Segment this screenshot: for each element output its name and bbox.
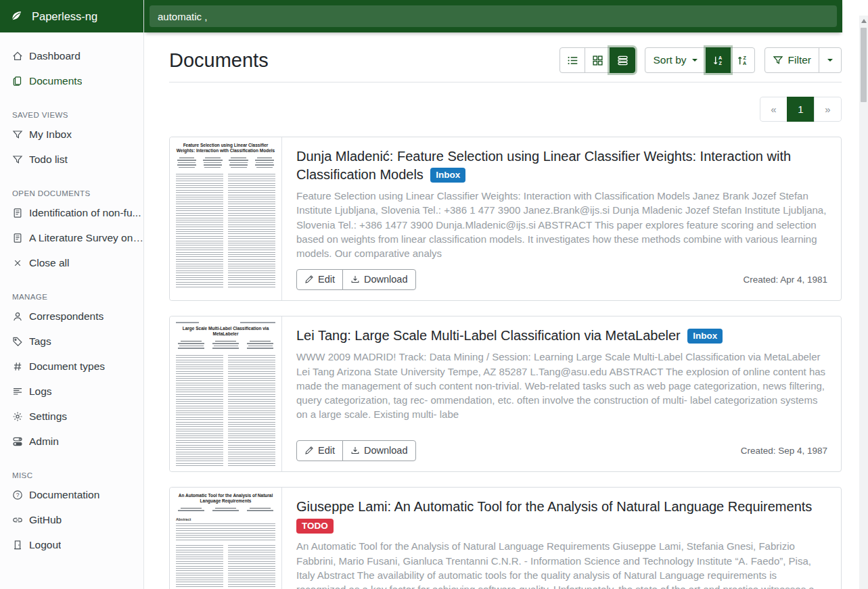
thumbnail-text-columns <box>176 545 275 589</box>
download-label: Download <box>364 445 408 456</box>
leaf-icon <box>10 10 22 22</box>
funnel-icon <box>773 55 783 66</box>
download-button[interactable]: Download <box>342 440 416 461</box>
thumbnail-abstract-label: Abstract <box>176 517 275 521</box>
document-card: Feature Selection using Linear Classifie… <box>169 137 842 301</box>
content-area: Documents <box>144 32 868 589</box>
filter-button[interactable]: Filter <box>764 47 819 73</box>
sidebar-section-misc: MISC <box>0 469 143 482</box>
page-title: Documents <box>169 49 269 72</box>
person-icon <box>12 311 23 322</box>
document-card-footer: Edit Download Created: Apr 4, 1981 <box>296 261 827 290</box>
files-icon <box>12 76 23 87</box>
tag-badge-inbox[interactable]: Inbox <box>430 168 465 183</box>
sort-group: Sort by AZ ZA <box>645 47 754 73</box>
document-card-footer: Edit Download Created: Sep 4, 1987 <box>296 432 827 461</box>
thumbnail-text-columns <box>176 355 275 467</box>
file-text-icon <box>12 233 23 243</box>
sidebar-item-todo-list[interactable]: Todo list <box>0 147 143 172</box>
document-card: An Automatic Tool for the Analysis of Na… <box>169 487 842 589</box>
scrollbar[interactable] <box>859 16 868 589</box>
sort-descending-button[interactable]: AZ <box>706 47 731 73</box>
document-snippet: WWW 2009 MADRID! Track: Data Mining / Se… <box>296 350 827 421</box>
sidebar-item-admin[interactable]: Admin <box>0 429 143 454</box>
created-date: Created: Sep 4, 1987 <box>741 446 827 456</box>
edit-button[interactable]: Edit <box>296 440 343 461</box>
edit-button[interactable]: Edit <box>296 269 343 290</box>
sidebar-item-document-types[interactable]: Document types <box>0 354 143 379</box>
sort-by-dropdown[interactable]: Sort by <box>645 47 706 73</box>
tag-badge-inbox[interactable]: Inbox <box>687 329 723 344</box>
door-icon <box>12 540 23 550</box>
sidebar-item-open-doc-2[interactable]: A Literature Survey on ... <box>0 225 143 250</box>
text-lines-icon <box>12 386 23 397</box>
sidebar-item-open-doc-1[interactable]: Identification of non-fu... <box>0 200 143 225</box>
sidebar-item-label: Logout <box>29 539 61 551</box>
pagination: « 1 » <box>760 97 842 122</box>
svg-text:Z: Z <box>718 60 722 66</box>
toolbar: Sort by AZ ZA <box>559 47 842 73</box>
document-thumbnail[interactable]: Feature Selection using Linear Classifie… <box>170 137 282 300</box>
thumbnail-authors <box>176 158 275 170</box>
view-details-button[interactable] <box>610 47 635 73</box>
scrollbar-up-arrow[interactable] <box>861 19 867 23</box>
x-icon <box>12 258 23 268</box>
brand[interactable]: Paperless-ng <box>0 0 143 32</box>
document-snippet: Feature Selection using Linear Classifie… <box>296 189 827 260</box>
document-title[interactable]: Lei Tang: Large Scale Multi-Label Classi… <box>296 328 681 343</box>
sidebar-item-my-inbox[interactable]: My Inbox <box>0 122 143 147</box>
sidebar-item-label: Close all <box>29 257 69 269</box>
filter-dropdown-toggle[interactable] <box>819 47 842 73</box>
sidebar-section-open-documents: OPEN DOCUMENTS <box>0 187 143 200</box>
sidebar-item-logs[interactable]: Logs <box>0 379 143 404</box>
tag-badge-todo[interactable]: TODO <box>296 519 334 534</box>
stacked-cards-icon <box>617 55 629 66</box>
view-toggle-group <box>559 47 635 73</box>
search-input[interactable] <box>150 5 837 27</box>
sidebar-item-correspondents[interactable]: Correspondents <box>0 304 143 329</box>
sidebar-item-tags[interactable]: Tags <box>0 329 143 354</box>
sort-ascending-button[interactable]: ZA <box>730 47 755 73</box>
top-navbar <box>144 0 842 32</box>
svg-text:?: ? <box>16 492 20 498</box>
sidebar-item-documents[interactable]: Documents <box>0 68 143 93</box>
pagination-page-1[interactable]: 1 <box>787 97 815 122</box>
download-button[interactable]: Download <box>342 269 416 290</box>
sidebar-item-close-all[interactable]: Close all <box>0 250 143 275</box>
pencil-icon <box>304 275 314 284</box>
sidebar-item-github[interactable]: GitHub <box>0 507 143 532</box>
sidebar-item-label: My Inbox <box>29 128 72 141</box>
sidebar-section-manage: MANAGE <box>0 290 143 304</box>
sidebar-item-documentation[interactable]: ? Documentation <box>0 482 143 507</box>
caret-down-icon <box>827 57 833 63</box>
caret-down-icon <box>691 57 698 63</box>
sidebar-item-label: Admin <box>29 435 59 448</box>
filter-label: Filter <box>788 54 811 66</box>
sidebar-item-dashboard[interactable]: Dashboard <box>0 43 143 68</box>
view-list-button[interactable] <box>559 47 585 73</box>
scrollbar-thumb[interactable] <box>861 28 867 102</box>
document-thumbnail[interactable]: Large Scale Multi-Label Classification v… <box>170 316 282 471</box>
thumbnail-header <box>176 322 275 323</box>
link-icon <box>12 515 23 525</box>
svg-text:A: A <box>743 60 747 66</box>
sidebar-item-label: GitHub <box>29 514 62 526</box>
thumbnail-page: Large Scale Multi-Label Classification v… <box>170 316 281 471</box>
main-column: Documents <box>144 0 868 589</box>
pagination-prev[interactable]: « <box>760 97 787 122</box>
document-title-row: Dunja Mladenić: Feature Selection using … <box>296 147 827 183</box>
edit-label: Edit <box>318 445 335 456</box>
thumbnail-abstract-text <box>176 523 275 541</box>
view-grid-button[interactable] <box>585 47 610 73</box>
thumbnail-page: Feature Selection using Linear Classifie… <box>170 137 281 292</box>
sidebar-item-settings[interactable]: Settings <box>0 404 143 429</box>
download-icon <box>350 446 360 455</box>
pagination-next[interactable]: » <box>814 97 842 122</box>
document-title[interactable]: Giuseppe Lami: An Automatic Tool for the… <box>296 499 812 514</box>
document-thumbnail[interactable]: An Automatic Tool for the Analysis of Na… <box>170 488 282 589</box>
sidebar: Paperless-ng Dashboard Documents SAVED V… <box>0 0 144 589</box>
sidebar-item-logout[interactable]: Logout <box>0 532 143 557</box>
thumbnail-page: An Automatic Tool for the Analysis of Na… <box>170 488 281 589</box>
document-title[interactable]: Dunja Mladenić: Feature Selection using … <box>296 149 791 182</box>
question-circle-icon: ? <box>12 490 23 500</box>
